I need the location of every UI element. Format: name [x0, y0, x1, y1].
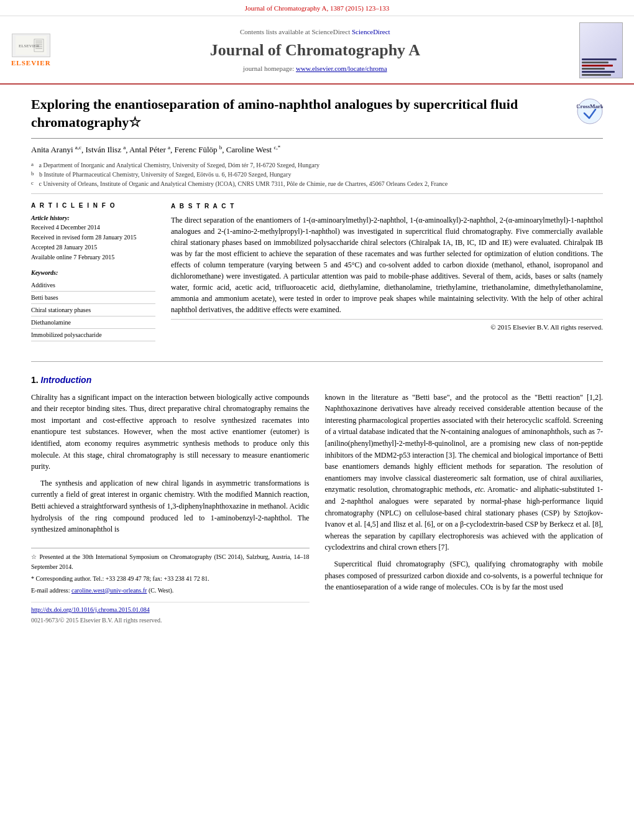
- article-info-heading: A R T I C L E I N F O: [31, 201, 155, 210]
- email-link[interactable]: caroline.west@univ-orleans.fr: [71, 587, 147, 594]
- keyword-3: Chiral stationary phases: [31, 304, 155, 316]
- affil-a: a a Department of Inorganic and Analytic…: [31, 160, 603, 170]
- synthesis-word: synthesis: [129, 502, 157, 510]
- doi-line: http://dx.doi.org/10.1016/j.chroma.2015.…: [31, 602, 310, 615]
- keyword-5: Immobilized polysaccharide: [31, 329, 155, 341]
- intro-para-2: The synthesis and application of new chi…: [31, 478, 310, 535]
- footnote-area: ☆ Presented at the 30th International Sy…: [31, 548, 310, 596]
- main-content: Exploring the enantioseparation of amino…: [0, 85, 634, 625]
- thumb-line-1: [582, 58, 617, 60]
- keyword-4: Diethanolamine: [31, 316, 155, 329]
- intro-right-col: known in the literature as "Betti base",…: [325, 392, 604, 625]
- keyword-2: Betti bases: [31, 292, 155, 304]
- elsevier-name-text: ELSEVIER: [11, 58, 51, 68]
- affil-c: c c University of Orleans, Institute of …: [31, 179, 603, 188]
- abstract-col: A B S T R A C T The direct separation of…: [171, 201, 603, 348]
- journal-center-header: Contents lists available at ScienceDirec…: [51, 27, 579, 73]
- keywords-label: Keywords:: [31, 269, 155, 277]
- keyword-1: Additives: [31, 279, 155, 292]
- and-word: and: [520, 485, 531, 494]
- journal-title-header: Journal of Chromatography A: [51, 39, 579, 62]
- elsevier-logo: ELSEVIER ELSEVIER: [11, 34, 51, 68]
- intro-left-col: Chirality has a significant impact on th…: [31, 392, 310, 625]
- authors-line: Anita Aranyi a,c, István Ilisz a, Antal …: [31, 139, 603, 159]
- svg-text:ELSEVIER: ELSEVIER: [19, 44, 39, 48]
- svg-text:CrossMark: CrossMark: [577, 103, 603, 109]
- journal-homepage-line: journal homepage: www.elsevier.com/locat…: [51, 64, 579, 73]
- abstract-heading: A B S T R A C T: [171, 201, 603, 211]
- homepage-link[interactable]: www.elsevier.com/locate/chroma: [296, 65, 387, 72]
- intro-body-cols: Chirality has a significant impact on th…: [31, 392, 603, 625]
- svg-point-8: [577, 99, 602, 124]
- accepted-date: Accepted 28 January 2015: [31, 242, 155, 252]
- footnote-star: ☆ Presented at the 30th International Sy…: [31, 552, 310, 572]
- thumb-line-5: [582, 71, 615, 73]
- sciencedirect-anchor[interactable]: ScienceDirect: [352, 28, 390, 35]
- section-divider: [31, 361, 603, 362]
- introduction-section: 1. Introduction Chirality has a signific…: [31, 368, 603, 625]
- author-1: Anita Aranyi a,c, István Ilisz a, Antal …: [31, 145, 280, 154]
- affiliations: a a Department of Inorganic and Analytic…: [31, 158, 603, 194]
- keywords-group: Keywords: Additives Betti bases Chiral s…: [31, 269, 155, 341]
- history-label: Article history:: [31, 214, 155, 223]
- article-history-group: Article history: Received 4 December 201…: [31, 214, 155, 262]
- received-date: Received 4 December 2014: [31, 223, 155, 233]
- revised-date: Received in revised form 28 January 2015: [31, 233, 155, 242]
- journal-citation: Journal of Chromatography A, 1387 (2015)…: [0, 0, 634, 16]
- thumb-lines: [582, 58, 620, 76]
- abstract-text: The direct separation of the enantiomers…: [171, 215, 603, 315]
- article-info-abstract: A R T I C L E I N F O Article history: R…: [31, 194, 603, 355]
- thumb-line-4: [582, 68, 605, 70]
- sciencedirect-link: Contents lists available at ScienceDirec…: [51, 27, 579, 37]
- thumb-line-3: [582, 65, 613, 67]
- article-title: Exploring the enantioseparation of amino…: [31, 96, 577, 131]
- footnote-corresponding: * Corresponding author. Tel.: +33 238 49…: [31, 574, 310, 584]
- intro-title: 1. Introduction: [31, 374, 603, 387]
- issn-line: 0021-9673/© 2015 Elsevier B.V. All right…: [31, 616, 310, 625]
- intro-title-text: Introduction: [41, 375, 92, 385]
- intro-para-4: Supercritical fluid chromatography (SFC)…: [325, 558, 604, 593]
- intro-para-1: Chirality has a significant impact on th…: [31, 392, 310, 473]
- elsevier-logo-box: ELSEVIER: [12, 34, 50, 57]
- available-date: Available online 7 February 2015: [31, 252, 155, 262]
- doi-link[interactable]: http://dx.doi.org/10.1016/j.chroma.2015.…: [31, 606, 150, 613]
- thumb-line-6: [582, 74, 611, 76]
- intro-number: 1.: [31, 375, 39, 385]
- crossmark-logo: CrossMark: [577, 98, 603, 124]
- affil-b: b b Institute of Pharmaceutical Chemistr…: [31, 170, 603, 179]
- abstract-copyright: © 2015 Elsevier B.V. All rights reserved…: [171, 319, 603, 333]
- thumb-line-2: [582, 62, 609, 63]
- intro-para-3: known in the literature as "Betti base",…: [325, 392, 604, 553]
- journal-header: ELSEVIER ELSEVIER Contents lists availab…: [0, 16, 634, 85]
- citation-text: Journal of Chromatography A, 1387 (2015)…: [245, 4, 390, 12]
- article-title-section: Exploring the enantioseparation of amino…: [31, 85, 603, 138]
- article-info-col: A R T I C L E I N F O Article history: R…: [31, 201, 155, 348]
- journal-thumbnail: [579, 22, 623, 78]
- footnote-email: E-mail address: caroline.west@univ-orlea…: [31, 586, 310, 596]
